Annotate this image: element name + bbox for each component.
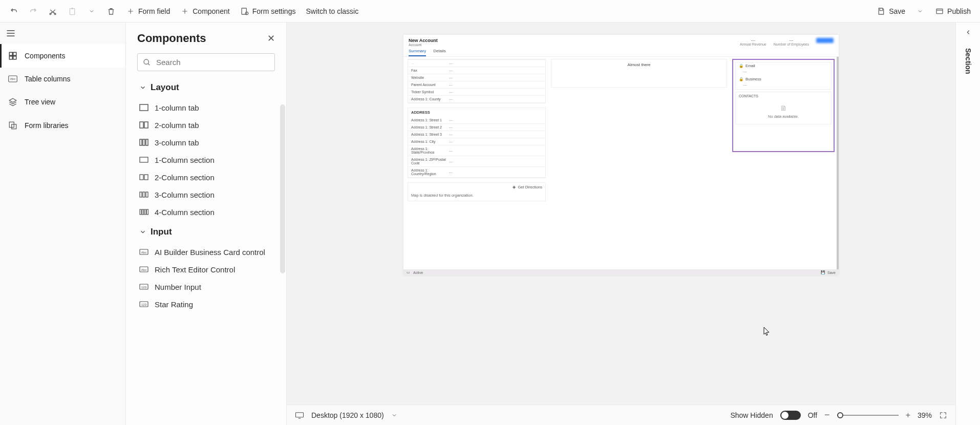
comp-2-column-section[interactable]: 2-Column section [126, 168, 283, 186]
lock-icon: 🔒 [739, 77, 743, 81]
nav-components[interactable]: Components [0, 44, 125, 68]
two-column-section-icon [139, 173, 148, 182]
close-panel-button[interactable]: ✕ [267, 33, 275, 44]
upper-rows-card[interactable]: —--- Fax---Website---Parent Account---Ti… [408, 59, 546, 103]
address-title: ADDRESS [408, 108, 545, 117]
svg-rect-22 [144, 175, 148, 180]
tab-details[interactable]: Details [433, 49, 445, 56]
add-component-button[interactable]: Component [176, 4, 233, 19]
field-row[interactable]: Address 1: County--- [408, 96, 545, 103]
comp-1-column-tab[interactable]: 1-column tab [126, 99, 283, 116]
save-dropdown[interactable] [911, 4, 929, 19]
form-settings-button[interactable]: Form settings [236, 4, 300, 19]
publish-label: Publish [947, 7, 971, 15]
save-icon [877, 7, 886, 16]
field-row[interactable]: Ticker Symbol--- [408, 89, 545, 96]
switch-classic-button[interactable]: Switch to classic [302, 4, 363, 18]
fit-to-screen-button[interactable] [939, 411, 947, 419]
field-label: Address 1: Street 2 [411, 125, 449, 129]
field-row[interactable]: Address 1: Street 1--- [408, 117, 545, 124]
search-input-wrap[interactable] [137, 53, 275, 71]
viewport-label[interactable]: Desktop (1920 x 1080) [311, 411, 384, 419]
svg-rect-19 [146, 139, 148, 145]
save-button[interactable]: Save [872, 4, 909, 19]
svg-rect-38 [296, 412, 304, 417]
comp-label: Rich Text Editor Control [155, 265, 235, 274]
get-directions-label[interactable]: Get Directions [518, 185, 542, 189]
status-save[interactable]: Save [827, 271, 836, 274]
field-label: Address 1: City [411, 140, 449, 143]
field-row[interactable]: Address 1: ZIP/Postal Code--- [408, 156, 545, 167]
add-form-field-button[interactable]: Form field [122, 4, 174, 19]
group-input-header[interactable]: Input [126, 221, 283, 243]
lock-icon: 🔒 [739, 63, 743, 68]
map-card[interactable]: ◈ Get Directions Map is disabled for thi… [408, 182, 546, 201]
field-row[interactable]: Address 1: Street 3--- [408, 131, 545, 138]
comp-3-column-tab[interactable]: 3-column tab [126, 134, 283, 151]
paste-button[interactable] [63, 4, 81, 19]
form-scrollbar[interactable] [837, 57, 839, 269]
comp-1-column-section[interactable]: 1-Column section [126, 151, 283, 168]
field-label: Address 1: State/Province [411, 147, 449, 154]
redo-button[interactable] [25, 4, 42, 19]
one-column-section-icon [139, 155, 148, 164]
viewport-dropdown[interactable] [391, 412, 397, 418]
field-row[interactable]: Fax--- [408, 67, 545, 74]
expand-pane-button[interactable] [965, 23, 972, 42]
publish-button[interactable]: Publish [931, 4, 975, 19]
comp-label: 1-Column section [155, 156, 215, 164]
zoom-slider[interactable] [837, 415, 899, 416]
four-column-section-icon [139, 207, 148, 217]
group-layout-header[interactable]: Layout [126, 76, 283, 99]
form-preview[interactable]: New Account Account ---Annual Revenue --… [403, 35, 839, 275]
svg-point-13 [144, 59, 148, 64]
svg-text:Abc: Abc [10, 77, 15, 80]
svg-rect-26 [140, 209, 141, 215]
redo-icon [29, 7, 38, 16]
show-hidden-toggle[interactable] [780, 411, 801, 420]
hamburger-button[interactable] [0, 23, 125, 44]
comp-2-column-tab[interactable]: 2-column tab [126, 116, 283, 134]
address-card[interactable]: ADDRESS Address 1: Street 1---Address 1:… [408, 108, 546, 178]
field-label: Address 1: Street 3 [411, 133, 449, 136]
comp-3-column-section[interactable]: 3-Column section [126, 186, 283, 203]
field-value: --- [449, 90, 453, 94]
field-row[interactable]: Parent Account--- [408, 81, 545, 89]
svg-rect-5 [9, 52, 12, 55]
zoom-out-button[interactable]: − [824, 410, 830, 420]
map-disabled-note: Map is disabled for this organization. [408, 192, 545, 201]
delete-button[interactable] [102, 4, 120, 19]
cut-button[interactable] [44, 4, 61, 19]
comp-label: 3-column tab [155, 138, 199, 147]
nav-form-libraries[interactable]: Form libraries [0, 114, 125, 137]
panel-scrollbar[interactable] [280, 104, 285, 273]
abc-icon: Abc [139, 247, 148, 257]
zoom-in-button[interactable]: + [906, 411, 910, 420]
nav-table-columns[interactable]: Abc Table columns [0, 68, 125, 90]
undo-button[interactable] [5, 4, 23, 19]
number-icon: 123 [139, 300, 148, 309]
comp-rich-text-editor[interactable]: Abc Rich Text Editor Control [126, 261, 283, 278]
field-row[interactable]: Address 1: Country/Region--- [408, 167, 545, 178]
field-label: Website [411, 76, 449, 79]
show-hidden-label: Show Hidden [730, 411, 773, 419]
field-value: --- [449, 171, 453, 174]
field-row[interactable]: Address 1: State/Province--- [408, 145, 545, 156]
paste-icon [68, 7, 77, 16]
comp-4-column-section[interactable]: 4-Column section [126, 203, 283, 221]
field-label: Address 1: Country/Region [411, 168, 449, 176]
annual-revenue-value: --- [740, 38, 766, 42]
paste-dropdown[interactable] [83, 4, 100, 19]
comp-star-rating[interactable]: 123 Star Rating [126, 295, 283, 313]
selected-section[interactable]: 🔒Email --- 🔒Business --- CONTACTS 🗎 No d… [732, 59, 835, 152]
field-label: Address 1: Street 1 [411, 118, 449, 122]
nav-tree-view[interactable]: Tree view [0, 90, 125, 114]
field-row[interactable]: Address 1: Street 2--- [408, 124, 545, 131]
comp-ai-business-card[interactable]: Abc AI Builder Business Card control [126, 243, 283, 261]
no-data-label: No data available. [768, 114, 799, 119]
field-row[interactable]: Website--- [408, 74, 545, 81]
comp-number-input[interactable]: 123 Number Input [126, 278, 283, 295]
search-input[interactable] [156, 58, 269, 67]
tab-summary[interactable]: Summary [409, 49, 426, 56]
field-row[interactable]: Address 1: City--- [408, 138, 545, 145]
